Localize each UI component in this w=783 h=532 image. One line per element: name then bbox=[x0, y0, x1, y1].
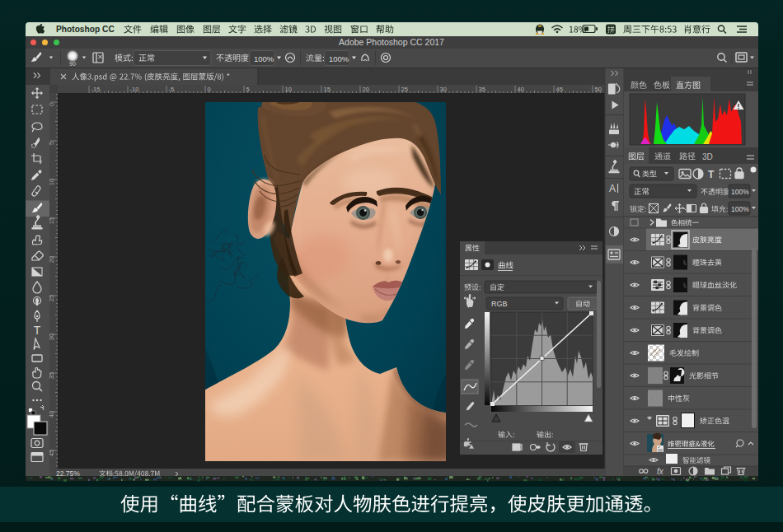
svg-text:5: 5 bbox=[48, 142, 55, 145]
svg-text:3D: 3D bbox=[702, 152, 713, 161]
svg-text:100%: 100% bbox=[254, 54, 274, 63]
svg-text:35: 35 bbox=[48, 372, 55, 379]
svg-text:30: 30 bbox=[48, 334, 55, 340]
svg-text:10: 10 bbox=[48, 179, 55, 185]
svg-text:-15: -15 bbox=[91, 86, 101, 93]
svg-text:10: 10 bbox=[285, 86, 292, 93]
svg-text:25: 25 bbox=[401, 86, 408, 93]
svg-text:20: 20 bbox=[48, 256, 55, 263]
svg-text:100%: 100% bbox=[731, 188, 749, 196]
svg-text:25: 25 bbox=[48, 295, 55, 301]
svg-text:0: 0 bbox=[48, 103, 55, 106]
svg-text:Photoshop CC: Photoshop CC bbox=[56, 25, 115, 34]
svg-text:RGB: RGB bbox=[491, 300, 508, 308]
svg-text:5: 5 bbox=[246, 86, 250, 93]
svg-text:fx: fx bbox=[657, 467, 664, 476]
svg-text:20: 20 bbox=[363, 86, 369, 93]
svg-text:100%: 100% bbox=[329, 54, 349, 63]
svg-text:T: T bbox=[708, 169, 715, 180]
svg-text:Adobe Photoshop CC 2017: Adobe Photoshop CC 2017 bbox=[339, 37, 444, 47]
svg-text:-5: -5 bbox=[169, 86, 175, 93]
svg-text:T: T bbox=[34, 324, 41, 337]
svg-text:40: 40 bbox=[48, 411, 55, 418]
svg-text:90: 90 bbox=[69, 61, 76, 67]
svg-text:15: 15 bbox=[48, 217, 55, 224]
svg-text:-10: -10 bbox=[130, 86, 139, 93]
svg-text:50: 50 bbox=[595, 86, 602, 93]
svg-text:100%: 100% bbox=[731, 205, 749, 213]
svg-text:35: 35 bbox=[479, 86, 485, 93]
svg-text:45: 45 bbox=[48, 450, 55, 456]
svg-text:40: 40 bbox=[518, 86, 524, 93]
svg-text:A: A bbox=[609, 183, 616, 194]
svg-text:0: 0 bbox=[208, 86, 211, 93]
svg-text:30: 30 bbox=[440, 86, 447, 93]
svg-text:15: 15 bbox=[324, 86, 331, 93]
svg-text:45: 45 bbox=[556, 86, 563, 93]
